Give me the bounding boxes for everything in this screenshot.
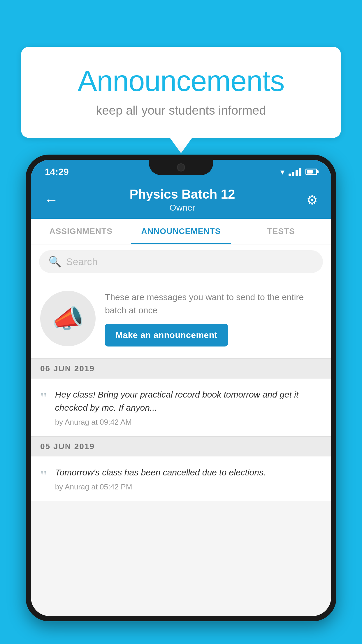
promo-block: 📣 These are messages you want to send to… [31,279,331,358]
announcement-content-2: Tomorrow's class has been cancelled due … [55,466,322,491]
battery-icon [305,169,317,175]
speech-bubble-card: Announcements keep all your students inf… [21,47,341,138]
search-bar[interactable]: 🔍 Search [39,250,323,273]
tab-assignments[interactable]: ASSIGNMENTS [31,219,131,244]
bubble-title: Announcements [44,64,318,98]
app-header: ← Physics Batch 12 Owner ⚙ [31,181,331,219]
announcement-text-1: Hey class! Bring your practical record b… [55,388,322,414]
search-placeholder-text: Search [66,256,98,267]
signal-bars-icon [289,168,301,176]
wifi-icon: ▾ [280,167,284,177]
announcement-meta-1: by Anurag at 09:42 AM [55,418,322,427]
header-subtitle: Owner [61,203,303,213]
phone-screen: 14:29 ▾ ← Phys [31,160,331,616]
status-time: 14:29 [45,167,69,177]
search-icon: 🔍 [48,256,61,268]
promo-content: These are messages you want to send to t… [105,290,322,346]
quote-icon-1: " [40,390,47,407]
phone-outer-shell: 14:29 ▾ ← Phys [26,155,336,621]
megaphone-icon: 📣 [52,303,84,334]
date-header-1: 06 JUN 2019 [31,358,331,379]
tab-bar: ASSIGNMENTS ANNOUNCEMENTS TESTS [31,219,331,244]
promo-description: These are messages you want to send to t… [105,290,322,317]
tab-tests[interactable]: TESTS [231,219,331,244]
back-button[interactable]: ← [41,189,61,211]
announcement-content-1: Hey class! Bring your practical record b… [55,388,322,427]
announcement-item-2[interactable]: " Tomorrow's class has been cancelled du… [31,456,331,501]
phone-mockup: 14:29 ▾ ← Phys [26,155,336,644]
header-title: Physics Batch 12 [61,187,303,202]
announcement-text-2: Tomorrow's class has been cancelled due … [55,466,322,479]
bubble-subtitle: keep all your students informed [44,104,318,118]
phone-notch [149,160,213,175]
make-announcement-button[interactable]: Make an announcement [105,324,228,346]
date-header-2: 05 JUN 2019 [31,436,331,456]
header-center: Physics Batch 12 Owner [61,187,303,213]
quote-icon-2: " [40,468,47,484]
announcement-item-1[interactable]: " Hey class! Bring your practical record… [31,379,331,436]
speech-bubble-section: Announcements keep all your students inf… [21,47,341,138]
status-icons: ▾ [280,167,317,177]
settings-gear-icon[interactable]: ⚙ [303,190,321,210]
phone-camera [177,163,185,172]
tab-announcements[interactable]: ANNOUNCEMENTS [131,219,231,244]
announcement-meta-2: by Anurag at 05:42 PM [55,482,322,491]
search-container: 🔍 Search [31,244,331,279]
megaphone-circle: 📣 [40,291,96,346]
